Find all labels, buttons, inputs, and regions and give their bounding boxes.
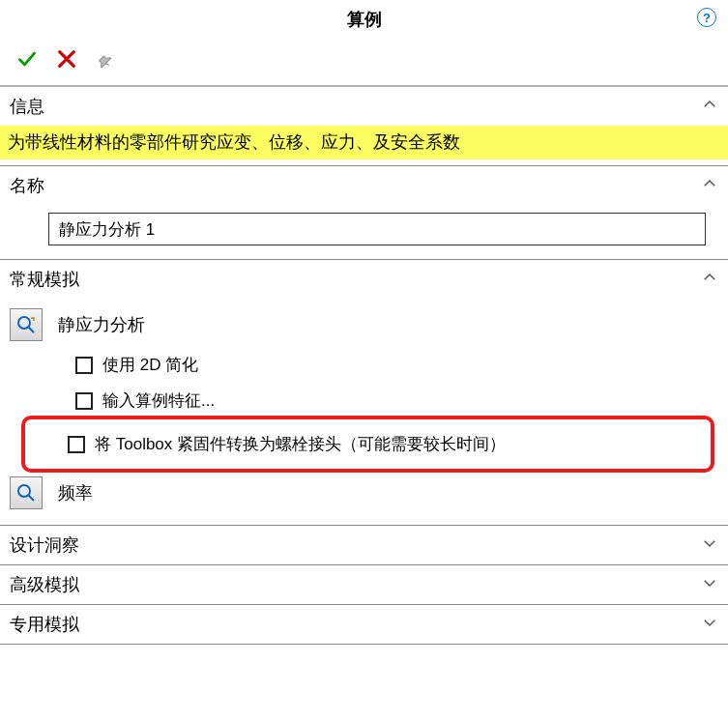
section-info-title: 信息 (10, 95, 44, 118)
frequency-icon[interactable] (10, 476, 43, 509)
svg-line-3 (28, 495, 34, 501)
section-name-title: 名称 (10, 174, 44, 197)
toolbox-convert-checkbox[interactable] (68, 436, 85, 453)
frequency-label: 频率 (58, 481, 93, 504)
chevron-down-icon (701, 614, 718, 636)
cancel-button[interactable] (56, 48, 77, 73)
static-analysis-label: 静应力分析 (58, 313, 145, 336)
highlighted-option: 将 Toolbox 紧固件转换为螺栓接头（可能需要较长时间） (21, 416, 714, 473)
chevron-up-icon (701, 96, 718, 118)
study-name-input[interactable] (48, 213, 706, 245)
pin-button[interactable] (95, 49, 114, 72)
chevron-down-icon (701, 574, 718, 596)
use-2d-checkbox[interactable] (75, 357, 93, 374)
ok-button[interactable] (15, 49, 39, 72)
section-insight-header[interactable]: 设计洞察 (0, 526, 728, 564)
section-info-header[interactable]: 信息 (0, 87, 728, 126)
help-icon[interactable]: ? (697, 8, 716, 27)
input-features-label: 输入算例特征... (102, 389, 215, 412)
use-2d-label: 使用 2D 简化 (102, 354, 198, 376)
section-special-title: 专用模拟 (10, 613, 79, 636)
panel-title: 算例 (347, 8, 382, 31)
section-special-header[interactable]: 专用模拟 (0, 605, 728, 644)
section-advanced-title: 高级模拟 (10, 573, 79, 596)
chevron-up-icon (701, 175, 718, 197)
info-banner: 为带线性材料的零部件研究应变、位移、应力、及安全系数 (0, 126, 728, 159)
section-general-title: 常规模拟 (10, 268, 79, 291)
section-name-header[interactable]: 名称 (0, 166, 728, 205)
section-advanced-header[interactable]: 高级模拟 (0, 565, 728, 604)
toolbar (0, 39, 728, 85)
static-analysis-icon[interactable] (10, 308, 43, 341)
input-features-checkbox[interactable] (75, 392, 93, 410)
chevron-down-icon (701, 534, 718, 557)
toolbox-convert-label: 将 Toolbox 紧固件转换为螺栓接头（可能需要较长时间） (95, 433, 506, 455)
svg-line-1 (28, 327, 34, 332)
chevron-up-icon (701, 269, 718, 291)
section-general-header[interactable]: 常规模拟 (0, 260, 728, 299)
section-insight-title: 设计洞察 (10, 533, 79, 557)
